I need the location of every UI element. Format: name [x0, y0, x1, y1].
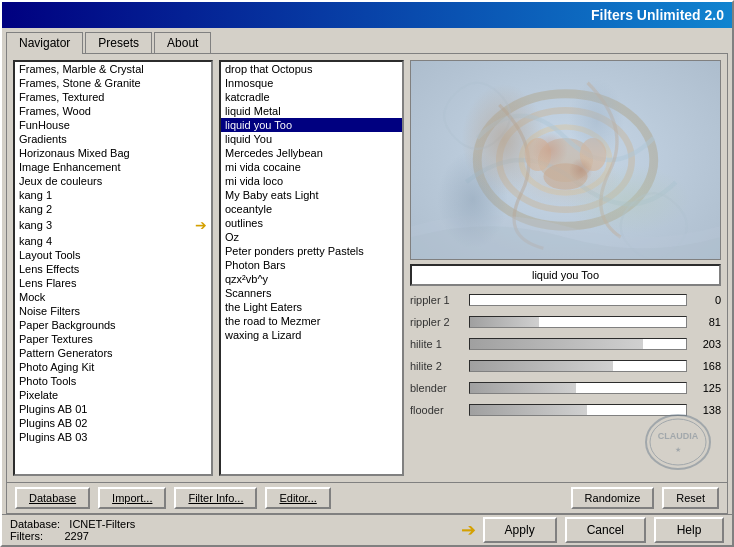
- category-item[interactable]: Layout Tools: [15, 248, 211, 262]
- status-bar: Database: ICNET-Filters Filters: 2297 ➔ …: [2, 514, 732, 545]
- svg-text:★: ★: [675, 446, 681, 453]
- slider-label: rippler 1: [410, 294, 465, 306]
- tab-presets[interactable]: Presets: [85, 32, 152, 53]
- category-item[interactable]: Lens Effects: [15, 262, 211, 276]
- category-item[interactable]: Frames, Marble & Crystal: [15, 62, 211, 76]
- watermark-stamp: CLAUDIA ★: [643, 412, 713, 472]
- filter-item[interactable]: mi vida cocaine: [221, 160, 402, 174]
- category-item[interactable]: FunHouse: [15, 118, 211, 132]
- category-item[interactable]: kang 3➔: [15, 216, 211, 234]
- filter-item[interactable]: Oz: [221, 230, 402, 244]
- slider-label: rippler 2: [410, 316, 465, 328]
- category-item[interactable]: Lens Flares: [15, 276, 211, 290]
- category-item[interactable]: Jeux de couleurs: [15, 174, 211, 188]
- svg-point-1: [477, 94, 654, 226]
- filter-item[interactable]: liquid Metal: [221, 104, 402, 118]
- preview-image: [410, 60, 721, 260]
- slider-row: blender125: [410, 378, 721, 398]
- import-button[interactable]: Import...: [98, 487, 166, 509]
- slider-track[interactable]: [469, 316, 687, 328]
- slider-value: 125: [691, 382, 721, 394]
- slider-label: blender: [410, 382, 465, 394]
- cancel-button[interactable]: Cancel: [565, 517, 646, 543]
- filter-item[interactable]: Inmosque: [221, 76, 402, 90]
- category-item[interactable]: Plugins AB 01: [15, 402, 211, 416]
- reset-button[interactable]: Reset: [662, 487, 719, 509]
- filter-item[interactable]: outlines: [221, 216, 402, 230]
- filter-item[interactable]: liquid you Too: [221, 118, 402, 132]
- svg-point-5: [525, 138, 551, 171]
- filter-item[interactable]: Peter ponders pretty Pastels: [221, 244, 402, 258]
- slider-track[interactable]: [469, 338, 687, 350]
- category-item[interactable]: Plugins AB 03: [15, 430, 211, 444]
- slider-fill: [470, 361, 613, 371]
- filter-item[interactable]: the Light Eaters: [221, 300, 402, 314]
- slider-row: rippler 10: [410, 290, 721, 310]
- editor-button[interactable]: Editor...: [265, 487, 330, 509]
- tab-bar: Navigator Presets About: [2, 28, 732, 53]
- slider-track[interactable]: [469, 294, 687, 306]
- main-content: Frames, Marble & CrystalFrames, Stone & …: [7, 54, 727, 482]
- slider-track[interactable]: [469, 404, 687, 416]
- category-item[interactable]: Pixelate: [15, 388, 211, 402]
- filter-item[interactable]: qzx²vb^y: [221, 272, 402, 286]
- database-button[interactable]: Database: [15, 487, 90, 509]
- tab-navigator[interactable]: Navigator: [6, 32, 83, 54]
- tab-about[interactable]: About: [154, 32, 211, 53]
- category-item[interactable]: Plugins AB 02: [15, 416, 211, 430]
- category-item[interactable]: Photo Aging Kit: [15, 360, 211, 374]
- category-item[interactable]: Frames, Textured: [15, 90, 211, 104]
- category-item[interactable]: Noise Filters: [15, 304, 211, 318]
- filter-item[interactable]: the road to Mezmer: [221, 314, 402, 328]
- filter-item[interactable]: drop that Octopus: [221, 62, 402, 76]
- filter-list[interactable]: drop that OctopusInmosquekatcradleliquid…: [219, 60, 404, 476]
- title-text: Filters Unlimited 2.0: [591, 7, 724, 23]
- apply-button[interactable]: Apply: [483, 517, 557, 543]
- filter-item[interactable]: waxing a Lizard: [221, 328, 402, 342]
- main-window: Filters Unlimited 2.0 Navigator Presets …: [0, 0, 734, 547]
- slider-value: 0: [691, 294, 721, 306]
- slider-row: rippler 281: [410, 312, 721, 332]
- category-item[interactable]: Image Enhancement: [15, 160, 211, 174]
- svg-point-4: [538, 138, 593, 182]
- category-item[interactable]: Frames, Wood: [15, 104, 211, 118]
- filter-item[interactable]: Photon Bars: [221, 258, 402, 272]
- slider-row: hilite 1203: [410, 334, 721, 354]
- category-item[interactable]: kang 4: [15, 234, 211, 248]
- filters-status: Filters: 2297: [10, 530, 135, 542]
- filter-info-button[interactable]: Filter Info...: [174, 487, 257, 509]
- sliders-area: rippler 10rippler 281hilite 1203hilite 2…: [410, 290, 721, 476]
- slider-value: 81: [691, 316, 721, 328]
- slider-row: hilite 2168: [410, 356, 721, 376]
- help-button[interactable]: Help: [654, 517, 724, 543]
- category-item[interactable]: Photo Tools: [15, 374, 211, 388]
- slider-track[interactable]: [469, 360, 687, 372]
- svg-point-8: [646, 415, 710, 469]
- filter-item[interactable]: mi vida loco: [221, 174, 402, 188]
- filter-item[interactable]: Mercedes Jellybean: [221, 146, 402, 160]
- svg-point-6: [580, 138, 606, 171]
- bottom-toolbar: Database Import... Filter Info... Editor…: [7, 482, 727, 513]
- randomize-button[interactable]: Randomize: [571, 487, 655, 509]
- category-list[interactable]: Frames, Marble & CrystalFrames, Stone & …: [13, 60, 213, 476]
- svg-text:CLAUDIA: CLAUDIA: [658, 431, 699, 441]
- category-item[interactable]: Paper Textures: [15, 332, 211, 346]
- category-item[interactable]: Frames, Stone & Granite: [15, 76, 211, 90]
- category-item[interactable]: Pattern Generators: [15, 346, 211, 360]
- category-item[interactable]: kang 2: [15, 202, 211, 216]
- status-database: Database: ICNET-Filters Filters: 2297: [10, 518, 135, 542]
- filter-item[interactable]: Scanners: [221, 286, 402, 300]
- filter-item[interactable]: katcradle: [221, 90, 402, 104]
- category-item[interactable]: kang 1: [15, 188, 211, 202]
- middle-panel: drop that OctopusInmosquekatcradleliquid…: [219, 60, 404, 476]
- category-item[interactable]: Gradients: [15, 132, 211, 146]
- filter-item[interactable]: oceantyle: [221, 202, 402, 216]
- category-item[interactable]: Paper Backgrounds: [15, 318, 211, 332]
- filter-item[interactable]: My Baby eats Light: [221, 188, 402, 202]
- filter-item[interactable]: liquid You: [221, 132, 402, 146]
- slider-track[interactable]: [469, 382, 687, 394]
- svg-point-3: [521, 127, 609, 193]
- slider-value: 138: [691, 404, 721, 416]
- category-item[interactable]: Horizonaus Mixed Bag: [15, 146, 211, 160]
- category-item[interactable]: Mock: [15, 290, 211, 304]
